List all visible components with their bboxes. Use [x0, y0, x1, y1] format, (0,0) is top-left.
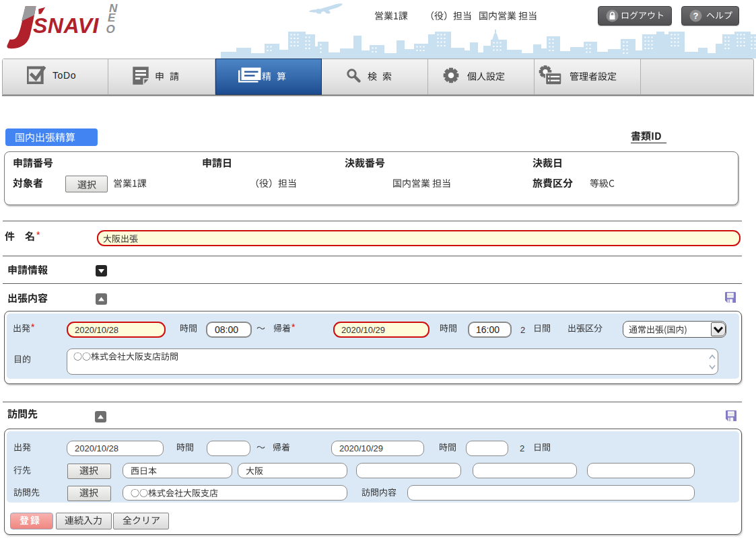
svg-text:SNAVI: SNAVI — [33, 13, 100, 38]
svg-text:?: ? — [693, 11, 699, 21]
svg-text:O: O — [106, 23, 115, 36]
